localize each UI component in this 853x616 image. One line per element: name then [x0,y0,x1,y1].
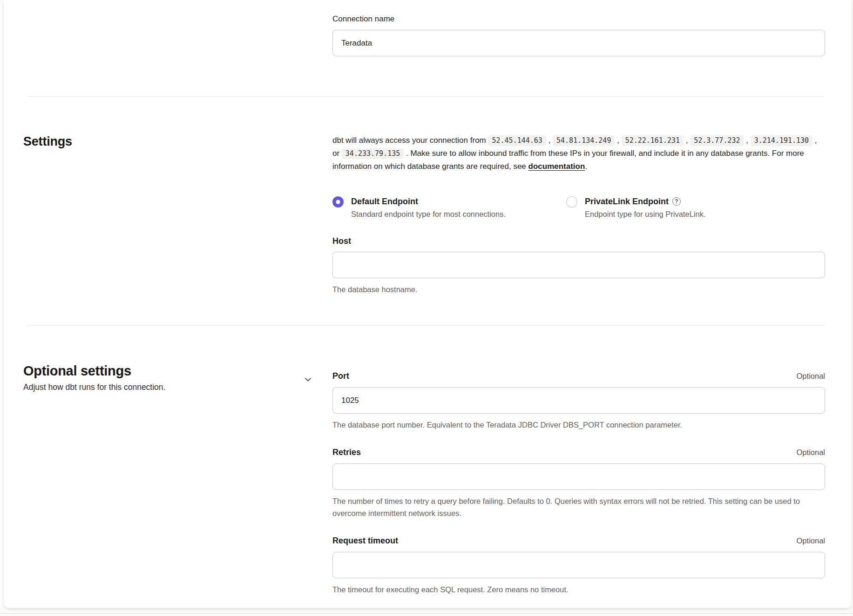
viewport-bottom-border [0,613,853,614]
port-input[interactable] [332,387,825,414]
ip-chip: 52.3.77.232 [690,135,744,146]
endpoint-radio-group: Default Endpoint Standard endpoint type … [332,196,825,220]
ip-chip: 3.214.191.130 [751,135,812,146]
settings-section: Settings dbt will always access your con… [4,97,852,325]
connection-settings-card: Connection name Settings dbt will always… [4,0,852,608]
privatelink-endpoint-label: PrivateLink Endpoint [585,197,669,206]
connection-name-label: Connection name [332,14,825,24]
ip-chip: 52.22.161.231 [622,135,684,146]
retries-label: Retries [332,447,361,458]
port-helper-text: The database port number. Equivalent to … [332,419,825,431]
viewport-right-border [852,0,852,616]
optional-badge: Optional [797,448,825,457]
host-label: Host [332,236,825,246]
request-timeout-label: Request timeout [332,535,398,546]
connection-name-input[interactable] [332,30,825,56]
default-endpoint-option[interactable]: Default Endpoint Standard endpoint type … [332,196,566,220]
help-icon[interactable]: ? [672,197,681,206]
host-field: Host The database hostname. [332,236,825,295]
settings-heading: Settings [23,134,332,149]
port-label: Port [332,370,349,382]
host-input[interactable] [332,252,825,278]
collapse-section-button[interactable] [302,373,314,385]
retries-input[interactable] [332,463,825,490]
ip-chip: 52.45.144.63 [488,135,546,146]
ip-chip: 54.81.134.249 [553,135,615,146]
optional-settings-section: Optional settings Adjust how dbt runs fo… [4,326,852,616]
retries-helper-text: The number of times to retry a query bef… [332,495,825,519]
chevron-down-icon [304,375,312,384]
port-field: Port Optional The database port number. … [332,370,825,431]
optional-settings-subheading: Adjust how dbt runs for this connection. [23,382,332,393]
request-timeout-field: Request timeout Optional The timeout for… [332,535,825,596]
ip-chip: 34.233.79.135 [342,148,404,159]
privatelink-endpoint-option[interactable]: PrivateLink Endpoint? Endpoint type for … [566,196,706,220]
radio-unselected-icon[interactable] [566,196,577,208]
connection-name-section: Connection name [4,0,852,96]
host-helper-text: The database hostname. [332,283,825,295]
connection-name-left-spacer [23,14,332,56]
optional-badge: Optional [797,372,825,381]
optional-settings-heading: Optional settings [23,363,332,379]
default-endpoint-label: Default Endpoint [351,197,418,206]
request-timeout-helper-text: The timeout for executing each SQL reque… [332,583,825,596]
radio-selected-icon[interactable] [332,196,344,208]
optional-badge: Optional [797,536,825,545]
ip-notice: dbt will always access your connection f… [332,134,825,173]
documentation-link[interactable]: documentation [528,162,585,171]
request-timeout-input[interactable] [332,552,825,578]
default-endpoint-description: Standard endpoint type for most connecti… [351,208,506,220]
retries-field: Retries Optional The number of times to … [332,447,825,519]
privatelink-endpoint-description: Endpoint type for using PrivateLink. [585,208,706,220]
